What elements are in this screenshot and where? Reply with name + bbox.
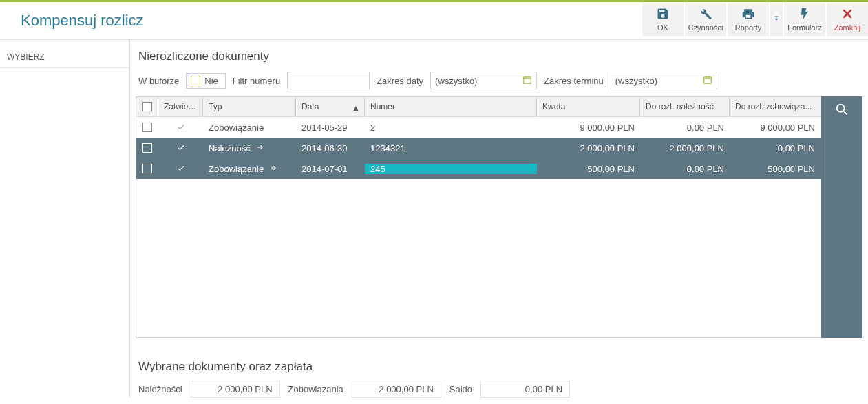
sidebar: WYBIERZ bbox=[0, 40, 130, 398]
sidebar-item-wybierz[interactable]: WYBIERZ bbox=[0, 47, 129, 68]
table-row[interactable]: Zobowiązanie2014-05-2929 000,00 PLN0,00 … bbox=[136, 117, 821, 138]
col-rozl-n[interactable]: Do rozl. należność bbox=[640, 97, 730, 116]
calendar-icon bbox=[703, 75, 712, 87]
wrench-icon bbox=[699, 7, 712, 23]
cell-zatw bbox=[158, 122, 203, 134]
toolbar-dropdown[interactable] bbox=[770, 2, 783, 36]
formularz-label: Formularz bbox=[787, 23, 822, 32]
svg-rect-1 bbox=[704, 76, 712, 83]
topbar: Kompensuj rozlicz OK Czynności Raporty F… bbox=[0, 0, 868, 40]
zakres-terminu-value: (wszystko) bbox=[615, 76, 657, 86]
print-icon bbox=[741, 7, 755, 23]
col-kwota[interactable]: Kwota bbox=[537, 97, 640, 116]
row-select[interactable] bbox=[136, 123, 158, 132]
col-data[interactable]: Data▲ bbox=[296, 97, 365, 116]
cell-data: 2014-05-29 bbox=[296, 123, 365, 133]
cell-numer: 245 bbox=[365, 164, 537, 174]
cell-typ: Należność bbox=[203, 143, 296, 153]
zobowiazania-value: 2 000,00 PLN bbox=[352, 381, 441, 398]
col-rozl-z[interactable]: Do rozl. zobowiąza... bbox=[730, 97, 821, 116]
ok-button[interactable]: OK bbox=[642, 2, 684, 36]
bufor-label: W buforze bbox=[138, 76, 179, 86]
cell-rozl-n: 0,00 PLN bbox=[640, 123, 730, 133]
bolt-icon bbox=[798, 7, 812, 23]
row-select[interactable] bbox=[136, 143, 158, 153]
chevron-down-icon bbox=[772, 14, 781, 25]
cell-typ: Zobowiązanie bbox=[203, 123, 296, 133]
table-row[interactable]: Zobowiązanie2014-07-01245500,00 PLN0,00 … bbox=[136, 158, 821, 179]
cell-zatw bbox=[158, 142, 203, 154]
cell-typ: Zobowiązanie bbox=[203, 164, 296, 174]
bufor-value: Nie bbox=[204, 76, 218, 86]
cell-data: 2014-06-30 bbox=[296, 143, 365, 153]
zakres-daty-label: Zakres daty bbox=[377, 76, 423, 86]
checkbox-icon bbox=[142, 102, 152, 111]
bottom-title: Wybrane dokumenty oraz zapłata bbox=[138, 357, 860, 381]
zakres-terminu-label: Zakres terminu bbox=[544, 76, 604, 86]
sort-asc-icon: ▲ bbox=[352, 103, 360, 113]
grid-sidebar bbox=[821, 96, 862, 338]
formularz-button[interactable]: Formularz bbox=[784, 2, 825, 36]
grid-header: Zatwier... Typ Data▲ Numer Kwota Do rozl… bbox=[136, 97, 821, 117]
col-numer[interactable]: Numer bbox=[365, 97, 537, 116]
naleznosci-value: 2 000,00 PLN bbox=[191, 381, 280, 398]
cell-kwota: 2 000,00 PLN bbox=[537, 143, 640, 153]
zakres-terminu-field[interactable]: (wszystko) bbox=[611, 72, 717, 89]
bufor-checkbox[interactable]: Nie bbox=[186, 73, 226, 89]
cell-kwota: 500,00 PLN bbox=[537, 164, 640, 174]
checkbox-icon bbox=[142, 143, 152, 153]
calendar-icon bbox=[522, 75, 532, 87]
filtr-input[interactable] bbox=[287, 72, 370, 89]
zakres-daty-field[interactable]: (wszystko) bbox=[430, 72, 537, 89]
row-select[interactable] bbox=[136, 164, 158, 173]
filtr-label: Filtr numeru bbox=[233, 76, 280, 86]
cell-rozl-z: 500,00 PLN bbox=[730, 164, 821, 174]
arrow-right-icon bbox=[269, 164, 277, 174]
zakres-daty-value: (wszystko) bbox=[435, 76, 477, 86]
svg-rect-0 bbox=[524, 76, 531, 83]
cell-numer: 2 bbox=[365, 123, 537, 133]
naleznosci-label: Należności bbox=[138, 384, 182, 394]
saldo-value: 0,00 PLN bbox=[480, 381, 570, 398]
raporty-button[interactable]: Raporty bbox=[728, 2, 769, 36]
svg-point-2 bbox=[837, 105, 845, 112]
cell-data: 2014-07-01 bbox=[296, 164, 365, 174]
cell-numer: 1234321 bbox=[365, 143, 537, 153]
cell-kwota: 9 000,00 PLN bbox=[537, 123, 640, 133]
col-typ[interactable]: Typ bbox=[203, 97, 296, 116]
czynnosci-label: Czynności bbox=[688, 23, 723, 32]
grid: Zatwier... Typ Data▲ Numer Kwota Do rozl… bbox=[136, 96, 821, 338]
czynnosci-button[interactable]: Czynności bbox=[685, 2, 726, 36]
checkbox-icon bbox=[142, 164, 152, 173]
arrow-right-icon bbox=[256, 143, 264, 153]
section-title: Nierozliczone dokumenty bbox=[136, 45, 862, 72]
save-icon bbox=[656, 7, 670, 23]
col-zatw[interactable]: Zatwier... bbox=[158, 97, 203, 116]
ok-label: OK bbox=[657, 23, 668, 32]
search-icon[interactable] bbox=[834, 102, 849, 119]
zobowiazania-label: Zobowiązania bbox=[288, 384, 343, 394]
page-title: Kompensuj rozlicz bbox=[0, 2, 641, 39]
cell-zatw bbox=[158, 163, 203, 175]
cell-rozl-n: 2 000,00 PLN bbox=[640, 143, 730, 153]
col-select-all[interactable] bbox=[136, 97, 158, 116]
saldo-label: Saldo bbox=[449, 384, 472, 394]
checkbox-icon bbox=[142, 123, 152, 132]
filters: W buforze Nie Filtr numeru Zakres daty (… bbox=[136, 72, 862, 96]
table-row[interactable]: Należność2014-06-3012343212 000,00 PLN2 … bbox=[136, 138, 821, 158]
cell-rozl-z: 0,00 PLN bbox=[730, 143, 821, 153]
zamknij-label: Zamknij bbox=[834, 23, 861, 32]
zamknij-button[interactable]: Zamknij bbox=[827, 2, 868, 36]
cell-rozl-z: 9 000,00 PLN bbox=[730, 123, 821, 133]
close-icon bbox=[840, 7, 854, 23]
checkbox-icon bbox=[191, 76, 200, 85]
cell-rozl-n: 0,00 PLN bbox=[640, 164, 730, 174]
raporty-label: Raporty bbox=[735, 23, 762, 32]
